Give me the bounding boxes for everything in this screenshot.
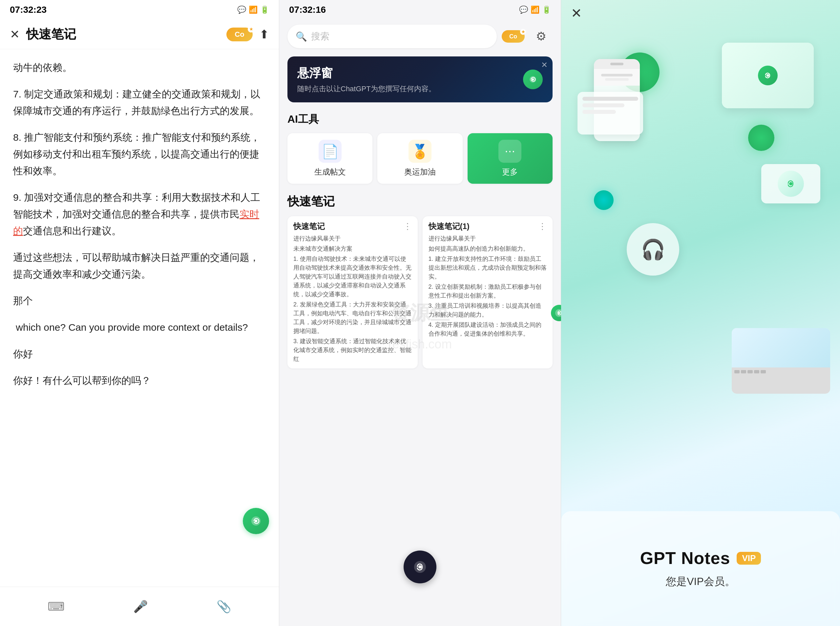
- float-card-2-orb: [777, 171, 804, 197]
- float-card-2: [761, 164, 820, 203]
- banner-close-button[interactable]: ✕: [541, 60, 547, 70]
- note-card-2[interactable]: 快速笔记(1) ⋮ 进行边缘风暴关于 如何提高高速队的创造力和创新能力。 1. …: [422, 216, 553, 368]
- content-para-8: 你好！有什么可以帮到你的吗？: [13, 372, 266, 389]
- status-icons-1: 💬 📶 🔋: [237, 6, 269, 14]
- note-2-line-3: 1. 建立开放和支持性的工作环境：鼓励员工提出新想法和观点，尤成功设合期预定制和…: [429, 255, 547, 281]
- note-card-2-body: 进行边缘风暴关于 如何提高高速队的创造力和创新能力。 1. 建立开放和支持性的工…: [422, 234, 553, 343]
- close-button[interactable]: ✕: [10, 28, 20, 41]
- note-card-1[interactable]: 快速笔记 ⋮ 进行边缘风暴关于 未来城市交通解决方案 1. 使用自动驾驶技术：未…: [288, 216, 418, 368]
- banner-section[interactable]: 悬浮窗 随时点击以让ChatGPT为您撰写任何内容。 ✕: [288, 56, 552, 102]
- float-card-1: [577, 92, 643, 135]
- co-star-icon-2: ★: [520, 29, 526, 35]
- phone-notch: [594, 59, 640, 69]
- quick-notes-section-title: 快速笔记: [288, 194, 552, 210]
- status-icons-2: 💬 📶 🔋: [519, 6, 551, 14]
- vip-product-title: GPT Notes: [640, 548, 731, 568]
- panel-quick-notes: 07:32:23 💬 📶 🔋 ✕ 快速笔记 Co ★ ⬆ 动牛的依赖。 7. 制…: [0, 0, 279, 626]
- olympics-label: 奥运加油: [404, 167, 436, 177]
- ai-float-button[interactable]: [243, 508, 269, 534]
- banner-subtitle: 随时点击以让ChatGPT为您撰写任何内容。: [297, 84, 523, 94]
- notes-content-area: 动牛的依赖。 7. 制定交通政策和规划：建立健全的交通政策和规划，以保障城市交通…: [0, 49, 279, 587]
- note-card-2-name: 快速笔记(1): [429, 221, 469, 232]
- float-card-1-line1: [582, 97, 638, 101]
- phone-screen: [594, 69, 640, 86]
- banner-text: 悬浮窗 随时点击以让ChatGPT为您撰写任何内容。: [297, 65, 523, 94]
- tool-card-generate-post[interactable]: 📄 生成帖文: [288, 133, 372, 184]
- olympics-icon: 🏅: [411, 143, 429, 160]
- share-button[interactable]: ⬆: [259, 28, 269, 41]
- co-badge[interactable]: Co ★: [227, 28, 253, 41]
- tablet-screen: [722, 43, 814, 108]
- tool-card-more[interactable]: ⋯ 更多: [468, 133, 552, 184]
- tablet-logo-icon: [763, 70, 773, 80]
- notes-title: 快速笔记: [26, 26, 76, 43]
- search-co-badge[interactable]: Co ★: [502, 30, 525, 43]
- notes-header: ✕ 快速笔记 Co ★ ⬆: [0, 20, 279, 49]
- keyboard-icon[interactable]: ⌨: [48, 600, 65, 613]
- tools-grid: 📄 生成帖文 🏅 奥运加油 ⋯ 更多: [279, 130, 561, 187]
- note-1-line-4: 2. 发展绿色交通工具：大力开发和安装交通工具，例如电动汽车、电动自行车和公共交…: [293, 300, 412, 336]
- note-card-1-name: 快速笔记: [293, 221, 325, 232]
- phone-camera: [610, 63, 623, 65]
- note-2-line-1: 进行边缘风暴关于: [429, 234, 547, 243]
- device-grid: 🎧: [561, 26, 840, 420]
- generate-post-icon: 📄: [322, 143, 339, 160]
- svg-point-9: [789, 182, 792, 185]
- fab-icon: [412, 559, 428, 575]
- note-card-2-header: 快速笔记(1) ⋮: [422, 216, 553, 234]
- vip-illustration-area: 🎧: [561, 26, 840, 420]
- ai-tools-section-title: AI工具: [279, 106, 561, 130]
- status-bar-1: 07:32:23 💬 📶 🔋: [0, 0, 279, 20]
- bottom-toolbar-1: ⌨ 🎤 📎: [0, 587, 279, 626]
- note-1-line-5: 3. 建设智能交通系统：通过智能化技术来优化城市交通系统，例如实时的交通监控、智…: [293, 337, 412, 363]
- banner-ai-icon: [528, 75, 538, 85]
- attachment-icon[interactable]: 📎: [217, 600, 232, 613]
- note-1-line-2: 未来城市交通解决方案: [293, 244, 412, 253]
- keyboard-keys: [732, 368, 830, 376]
- settings-button[interactable]: ⚙: [530, 25, 552, 48]
- search-icon: 🔍: [296, 31, 307, 42]
- content-para-2: 8. 推广智能支付和预约系统：推广智能支付和预约系统，例如移动支付和出租车预约系…: [13, 129, 266, 179]
- wifi-icon: 📶: [249, 6, 258, 14]
- search-input[interactable]: 搜索: [311, 30, 329, 43]
- svg-point-8: [766, 74, 769, 77]
- key-3: [748, 370, 753, 373]
- key-5: [760, 370, 766, 373]
- note-card-2-menu-icon[interactable]: ⋮: [538, 221, 547, 232]
- svg-point-3: [532, 78, 534, 80]
- note-2-line-2: 如何提高高速队的创造力和创新能力。: [429, 244, 547, 253]
- key-1: [734, 370, 740, 373]
- tool-card-olympics[interactable]: 🏅 奥运加油: [377, 133, 462, 184]
- float-card-2-icon: [784, 177, 797, 190]
- content-para-4: 通过这些想法，可以帮助城市解决日益严重的交通问题，提高交通效率和减少交通污染。: [13, 249, 266, 282]
- vip-close-button[interactable]: ✕: [571, 6, 582, 21]
- note-2-line-6: 4. 定期开展团队建设活动：加强成员之间的合作和沟通，促进集体的创维和共享。: [429, 321, 547, 338]
- wifi-icon-2: 📶: [530, 6, 540, 14]
- earbuds-icon: 🎧: [641, 238, 665, 261]
- earbuds-device: 🎧: [627, 223, 679, 275]
- laptop-device: [732, 328, 830, 394]
- content-para-7: 你好: [13, 346, 266, 362]
- laptop-screen: [732, 328, 830, 368]
- main-fab-button[interactable]: [404, 551, 436, 583]
- vip-bottom-card: GPT Notes VIP 您是VIP会员。: [561, 511, 840, 626]
- note-card-1-menu-icon[interactable]: ⋮: [403, 221, 412, 232]
- status-time-1: 07:32:23: [10, 5, 47, 15]
- key-4: [754, 370, 759, 373]
- vip-badge: VIP: [737, 552, 761, 565]
- note-2-line-4: 2. 设立创新奖励机制：激励员工积极参与创意性工作和提出创新方案。: [429, 282, 547, 300]
- vip-subtitle: 您是VIP会员。: [666, 574, 735, 589]
- header-right: Co ★ ⬆: [227, 28, 269, 41]
- content-para-5: 那个: [13, 292, 266, 309]
- vip-title-row: GPT Notes VIP: [640, 548, 761, 568]
- green-orb-2: [748, 125, 774, 151]
- content-para-0: 动牛的依赖。: [13, 59, 266, 76]
- note-2-line-5: 3. 注重员工培训和视频培养：以提高其创造力和解决问题的能力。: [429, 302, 547, 319]
- notes-cards-row: 快速笔记 ⋮ 进行边缘风暴关于 未来城市交通解决方案 1. 使用自动驾驶技术：未…: [288, 216, 552, 368]
- teal-orb-1: [594, 190, 613, 210]
- mic-icon[interactable]: 🎤: [133, 600, 148, 613]
- wechat-icon-2: 💬: [519, 6, 528, 14]
- search-input-wrap[interactable]: 🔍 搜索: [288, 25, 497, 48]
- co-star-icon: ★: [248, 26, 254, 33]
- float-card-1-line2: [582, 103, 624, 107]
